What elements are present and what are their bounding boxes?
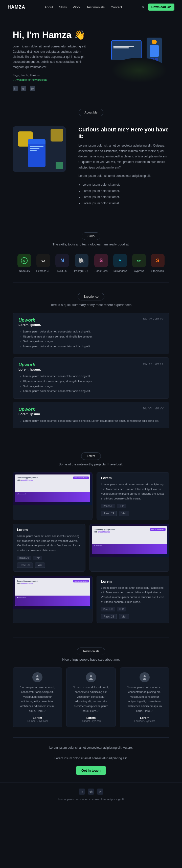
github-icon[interactable]: gh bbox=[21, 86, 26, 91]
project-link-visit-1[interactable]: Visit bbox=[35, 562, 45, 568]
project-screenshot-0: Connecting your productwith sweet Financ… bbox=[13, 472, 92, 505]
project-links-1: React JS Visit bbox=[17, 562, 81, 568]
about-me-button[interactable]: About Me bbox=[79, 109, 103, 116]
project-links-0: React JS Visit bbox=[101, 511, 165, 516]
project-card-screenshot-2: Connecting your productwith sweet Financ… bbox=[12, 576, 93, 623]
project-title-2: Lorem bbox=[101, 580, 165, 584]
cypress-label: Cypress bbox=[134, 270, 144, 273]
exp-title-2: Lorem, Ipsum. bbox=[19, 412, 41, 416]
proj-purple-bar-0: ■ Dashboard bbox=[15, 492, 90, 502]
project-link-react-0[interactable]: React JS bbox=[101, 511, 117, 516]
about-list-item: Lorem ipsum dolor sit amet. bbox=[82, 182, 170, 188]
projects-button[interactable]: Latest bbox=[81, 452, 101, 460]
project-link-visit-2[interactable]: Visit bbox=[119, 614, 129, 619]
testimonials-button[interactable]: Testimonials bbox=[77, 648, 105, 655]
nav-contact[interactable]: Contact bbox=[111, 5, 122, 9]
project-tag: PHP bbox=[117, 504, 126, 508]
skill-postgresql: 🐘 PostgreSQL bbox=[74, 254, 89, 273]
project-row-1: Lorem Lorem ipsum dolor sit, amet consec… bbox=[12, 524, 170, 571]
contact-section: Lorem ipsum dolor sit amet consectetur a… bbox=[0, 738, 182, 782]
exp-bullet: Lorem ipsum dolor sit amet, consectetur … bbox=[23, 344, 163, 349]
nav-about[interactable]: About bbox=[45, 5, 53, 9]
hero-social-icons: in gh tw bbox=[12, 86, 91, 91]
footer: in gh tw Lorem ipsum dolor sit amet cons… bbox=[0, 782, 182, 807]
project-link-react-1[interactable]: React JS bbox=[17, 562, 33, 568]
postgresql-label: PostgreSQL bbox=[74, 270, 89, 273]
exp-bullets-2: Lorem ipsum dolor sit amet, consectetur … bbox=[19, 418, 163, 424]
testimonials-btn-row: Testimonials bbox=[12, 643, 170, 658]
exp-header-0: Upwork Lorem, Ipsum. MM YY - MM YY bbox=[19, 318, 163, 327]
exp-title-0: Lorem, Ipsum. bbox=[19, 323, 41, 327]
about-illus-box bbox=[12, 126, 66, 172]
get-in-touch-button[interactable]: Get in touch bbox=[76, 766, 106, 775]
proj-purple-bar-1: ■ Dashboard bbox=[92, 544, 167, 554]
nav-work[interactable]: Work bbox=[73, 5, 80, 9]
proj-screen-inner-0: Connecting your productwith sweet Financ… bbox=[15, 474, 90, 502]
hero-section: Hi, I'm Hamza 👋 Lorem ipsum dolor sit, a… bbox=[0, 14, 182, 104]
project-tags-1: React JS PHP bbox=[17, 556, 81, 560]
illus-screen: ■ ■ ■ bbox=[111, 40, 141, 60]
testimonial-role-0: Founder - xyz.com bbox=[18, 720, 57, 722]
footer-linkedin-icon[interactable]: in bbox=[79, 788, 85, 795]
project-info-1: Lorem Lorem ipsum dolor sit, amet consec… bbox=[13, 524, 85, 571]
skill-nextjs: N Next.JS bbox=[55, 254, 69, 273]
exp-bullets-0: Lorem ipsum dolor sit amet, consectetur … bbox=[19, 329, 163, 349]
exp-company-2: Upwork bbox=[19, 407, 41, 412]
navbar-logo: HAMZA bbox=[7, 4, 25, 10]
about-illus-badge2 bbox=[56, 162, 63, 169]
skill-expressjs: ex Express JS bbox=[36, 254, 50, 273]
exp-title-1: Lorem, Ipsum. bbox=[19, 368, 41, 371]
project-screenshot-1: Connecting your productwith sweet Financ… bbox=[90, 524, 169, 557]
skills-button[interactable]: Skills bbox=[82, 232, 100, 240]
sass-icon: S bbox=[94, 254, 108, 268]
footer-github-icon[interactable]: gh bbox=[88, 788, 94, 795]
svg-text:JS: JS bbox=[23, 259, 25, 262]
testimonial-name-1: Lorem bbox=[71, 716, 111, 720]
contact-description-main: Lorem ipsum dolor sit amet consectetur a… bbox=[28, 745, 154, 751]
proj-purple-bar-2: ■ Dashboard bbox=[15, 595, 90, 606]
project-link-visit-0[interactable]: Visit bbox=[119, 511, 129, 516]
navbar-right: ☀ Download CV bbox=[141, 3, 175, 10]
proj-tag-badge: Built for developers bbox=[73, 476, 89, 479]
about-btn-row: About Me bbox=[0, 104, 182, 119]
about-right: Curious about me? Here you have it: Lore… bbox=[78, 126, 170, 207]
testimonial-name-2: Lorem bbox=[125, 716, 164, 720]
exp-header-2: Upwork Lorem, Ipsum. MM YY - MM YY bbox=[19, 407, 163, 416]
skill-nodejs: JS Node JS bbox=[18, 254, 31, 273]
exp-date-0: MM YY - MM YY bbox=[143, 318, 163, 320]
testimonial-avatar-0 bbox=[32, 672, 43, 682]
theme-toggle-icon[interactable]: ☀ bbox=[141, 5, 145, 9]
exp-company-0: Upwork bbox=[19, 318, 41, 323]
hero-right: ■ ■ ■ bbox=[91, 35, 170, 86]
project-tags-2: React JS PHP bbox=[101, 607, 165, 612]
project-tag: React JS bbox=[101, 504, 115, 508]
sass-label: Sass/Scss bbox=[95, 270, 107, 273]
project-links-2: React JS Visit bbox=[101, 614, 165, 619]
exp-card-2: Upwork Lorem, Ipsum. MM YY - MM YY Lorem… bbox=[12, 402, 170, 428]
hero-illustration: ■ ■ ■ bbox=[109, 35, 170, 86]
footer-text: Lorem ipsum dolor sit amet consectetur a… bbox=[12, 798, 170, 801]
linkedin-icon[interactable]: in bbox=[12, 86, 18, 91]
skills-subtitle: The skills, tools and technologies I am … bbox=[12, 242, 170, 246]
experience-summary: Here is a quick summary of my most recen… bbox=[12, 303, 170, 307]
postgresql-icon: 🐘 bbox=[75, 254, 88, 268]
exp-bullet: Sed duis justo ac magna. bbox=[23, 384, 163, 389]
hero-skills: Svgp, Purpls, Ferrinse bbox=[12, 74, 91, 77]
project-desc-1: Lorem ipsum dolor sit, amet consectetur … bbox=[17, 534, 81, 553]
exp-bullet: Lorem ipsum dolor sit amet, consectetur … bbox=[23, 329, 163, 334]
svg-point-7 bbox=[143, 678, 146, 680]
project-card-info-1: Lorem Lorem ipsum dolor sit, amet consec… bbox=[12, 524, 85, 571]
about-inner: Curious about me? Here you have it: Lore… bbox=[12, 126, 170, 207]
footer-twitter-icon[interactable]: tw bbox=[97, 788, 103, 795]
download-cv-button[interactable]: Download CV bbox=[148, 3, 175, 10]
nextjs-label: Next.JS bbox=[57, 270, 67, 273]
experience-button[interactable]: Experience bbox=[78, 293, 104, 301]
project-link-react-2[interactable]: React JS bbox=[101, 614, 117, 619]
about-illus-badge bbox=[51, 129, 63, 142]
about-list-item: Lorem ipsum dolor sit amet. bbox=[82, 188, 170, 194]
svg-point-6 bbox=[144, 675, 146, 677]
footer-social-icons: in gh tw bbox=[12, 788, 170, 795]
nav-skills[interactable]: Skills bbox=[59, 5, 67, 9]
nav-testimonials[interactable]: Testimonials bbox=[86, 5, 105, 9]
twitter-icon[interactable]: tw bbox=[30, 86, 35, 91]
